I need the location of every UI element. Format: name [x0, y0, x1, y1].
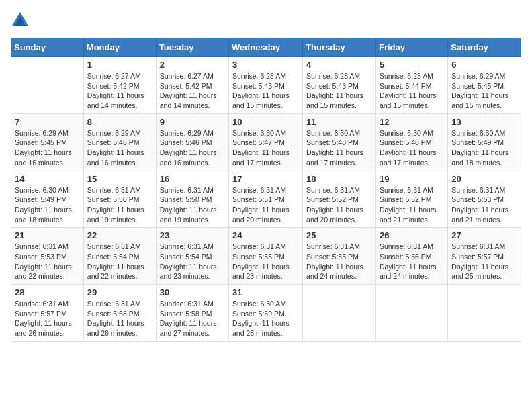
day-number: 14 — [15, 174, 80, 184]
day-number: 7 — [15, 117, 80, 127]
day-number: 26 — [380, 230, 444, 240]
day-info: Sunrise: 6:31 AM Sunset: 5:58 PM Dayligh… — [160, 299, 225, 338]
day-number: 12 — [380, 117, 444, 127]
day-number: 30 — [160, 287, 225, 298]
day-info: Sunrise: 6:31 AM Sunset: 5:50 PM Dayligh… — [87, 185, 152, 225]
day-number: 6 — [451, 60, 517, 70]
day-number: 23 — [160, 230, 225, 240]
calendar-header-wednesday: Wednesday — [229, 38, 303, 57]
day-info: Sunrise: 6:29 AM Sunset: 5:45 PM Dayligh… — [15, 128, 80, 168]
calendar-cell: 13Sunrise: 6:30 AM Sunset: 5:49 PM Dayli… — [448, 113, 521, 171]
day-info: Sunrise: 6:31 AM Sunset: 5:54 PM Dayligh… — [87, 242, 152, 281]
day-info: Sunrise: 6:31 AM Sunset: 5:52 PM Dayligh… — [306, 185, 372, 225]
day-number: 27 — [451, 230, 517, 240]
calendar-cell — [375, 285, 447, 342]
day-number: 1 — [87, 60, 152, 70]
calendar-header-monday: Monday — [83, 38, 156, 57]
calendar-header-row: SundayMondayTuesdayWednesdayThursdayFrid… — [11, 38, 521, 57]
day-number: 11 — [306, 117, 372, 127]
day-info: Sunrise: 6:31 AM Sunset: 5:58 PM Dayligh… — [87, 299, 152, 338]
day-number: 24 — [232, 230, 299, 240]
day-info: Sunrise: 6:27 AM Sunset: 5:42 PM Dayligh… — [87, 71, 152, 111]
day-number: 16 — [160, 174, 225, 184]
calendar-cell: 27Sunrise: 6:31 AM Sunset: 5:57 PM Dayli… — [448, 228, 521, 285]
day-info: Sunrise: 6:29 AM Sunset: 5:46 PM Dayligh… — [160, 128, 225, 168]
calendar-week-5: 28Sunrise: 6:31 AM Sunset: 5:57 PM Dayli… — [11, 285, 521, 342]
day-number: 21 — [15, 230, 80, 240]
calendar-cell: 8Sunrise: 6:29 AM Sunset: 5:46 PM Daylig… — [83, 113, 156, 171]
logo — [11, 11, 32, 30]
day-info: Sunrise: 6:30 AM Sunset: 5:49 PM Dayligh… — [451, 128, 517, 168]
day-number: 17 — [232, 174, 299, 184]
calendar-cell: 28Sunrise: 6:31 AM Sunset: 5:57 PM Dayli… — [11, 285, 84, 342]
calendar-week-4: 21Sunrise: 6:31 AM Sunset: 5:53 PM Dayli… — [11, 228, 521, 285]
day-number: 8 — [87, 117, 152, 127]
calendar-header-thursday: Thursday — [303, 38, 376, 57]
calendar-cell: 2Sunrise: 6:27 AM Sunset: 5:42 PM Daylig… — [156, 57, 228, 114]
calendar-header-saturday: Saturday — [448, 38, 521, 57]
calendar-cell: 1Sunrise: 6:27 AM Sunset: 5:42 PM Daylig… — [83, 57, 156, 114]
day-info: Sunrise: 6:30 AM Sunset: 5:48 PM Dayligh… — [380, 128, 444, 168]
calendar-header-friday: Friday — [375, 38, 447, 57]
day-info: Sunrise: 6:31 AM Sunset: 5:52 PM Dayligh… — [380, 185, 444, 225]
day-number: 2 — [160, 60, 225, 70]
calendar-cell: 4Sunrise: 6:28 AM Sunset: 5:43 PM Daylig… — [303, 57, 376, 114]
calendar-cell: 26Sunrise: 6:31 AM Sunset: 5:56 PM Dayli… — [375, 228, 447, 285]
calendar-cell — [303, 285, 376, 342]
calendar-cell: 9Sunrise: 6:29 AM Sunset: 5:46 PM Daylig… — [156, 113, 228, 171]
day-info: Sunrise: 6:29 AM Sunset: 5:45 PM Dayligh… — [451, 71, 517, 111]
day-info: Sunrise: 6:28 AM Sunset: 5:43 PM Dayligh… — [232, 71, 299, 111]
calendar-cell: 22Sunrise: 6:31 AM Sunset: 5:54 PM Dayli… — [83, 228, 156, 285]
day-info: Sunrise: 6:31 AM Sunset: 5:57 PM Dayligh… — [451, 242, 517, 281]
calendar-table: SundayMondayTuesdayWednesdayThursdayFrid… — [11, 38, 521, 342]
day-info: Sunrise: 6:29 AM Sunset: 5:46 PM Dayligh… — [87, 128, 152, 168]
calendar-cell: 19Sunrise: 6:31 AM Sunset: 5:52 PM Dayli… — [375, 171, 447, 228]
calendar-cell: 29Sunrise: 6:31 AM Sunset: 5:58 PM Dayli… — [83, 285, 156, 342]
calendar-cell: 17Sunrise: 6:31 AM Sunset: 5:51 PM Dayli… — [229, 171, 303, 228]
day-info: Sunrise: 6:31 AM Sunset: 5:51 PM Dayligh… — [232, 185, 299, 225]
day-info: Sunrise: 6:30 AM Sunset: 5:59 PM Dayligh… — [232, 299, 299, 338]
day-info: Sunrise: 6:30 AM Sunset: 5:49 PM Dayligh… — [15, 185, 80, 225]
calendar-cell: 6Sunrise: 6:29 AM Sunset: 5:45 PM Daylig… — [448, 57, 521, 114]
day-info: Sunrise: 6:28 AM Sunset: 5:44 PM Dayligh… — [380, 71, 444, 111]
calendar-cell: 25Sunrise: 6:31 AM Sunset: 5:55 PM Dayli… — [303, 228, 376, 285]
calendar-cell: 11Sunrise: 6:30 AM Sunset: 5:48 PM Dayli… — [303, 113, 376, 171]
day-info: Sunrise: 6:31 AM Sunset: 5:56 PM Dayligh… — [380, 242, 444, 281]
day-number: 10 — [232, 117, 299, 127]
calendar-cell: 24Sunrise: 6:31 AM Sunset: 5:55 PM Dayli… — [229, 228, 303, 285]
day-number: 5 — [380, 60, 444, 70]
calendar-week-2: 7Sunrise: 6:29 AM Sunset: 5:45 PM Daylig… — [11, 113, 521, 171]
logo-icon — [11, 11, 30, 30]
day-info: Sunrise: 6:31 AM Sunset: 5:54 PM Dayligh… — [160, 242, 225, 281]
page-header — [11, 11, 521, 30]
day-number: 22 — [87, 230, 152, 240]
calendar-cell: 21Sunrise: 6:31 AM Sunset: 5:53 PM Dayli… — [11, 228, 84, 285]
calendar-cell — [448, 285, 521, 342]
calendar-cell: 18Sunrise: 6:31 AM Sunset: 5:52 PM Dayli… — [303, 171, 376, 228]
day-info: Sunrise: 6:30 AM Sunset: 5:48 PM Dayligh… — [306, 128, 372, 168]
day-number: 3 — [232, 60, 299, 70]
calendar-cell: 14Sunrise: 6:30 AM Sunset: 5:49 PM Dayli… — [11, 171, 84, 228]
day-number: 31 — [232, 287, 299, 298]
calendar-week-3: 14Sunrise: 6:30 AM Sunset: 5:49 PM Dayli… — [11, 171, 521, 228]
day-number: 20 — [451, 174, 517, 184]
day-number: 19 — [380, 174, 444, 184]
day-info: Sunrise: 6:28 AM Sunset: 5:43 PM Dayligh… — [306, 71, 372, 111]
day-number: 18 — [306, 174, 372, 184]
calendar-cell: 3Sunrise: 6:28 AM Sunset: 5:43 PM Daylig… — [229, 57, 303, 114]
day-number: 9 — [160, 117, 225, 127]
calendar-cell: 7Sunrise: 6:29 AM Sunset: 5:45 PM Daylig… — [11, 113, 84, 171]
calendar-cell: 15Sunrise: 6:31 AM Sunset: 5:50 PM Dayli… — [83, 171, 156, 228]
day-info: Sunrise: 6:30 AM Sunset: 5:47 PM Dayligh… — [232, 128, 299, 168]
calendar-cell: 5Sunrise: 6:28 AM Sunset: 5:44 PM Daylig… — [375, 57, 447, 114]
calendar-cell: 30Sunrise: 6:31 AM Sunset: 5:58 PM Dayli… — [156, 285, 228, 342]
day-info: Sunrise: 6:31 AM Sunset: 5:57 PM Dayligh… — [15, 299, 80, 338]
day-number: 29 — [87, 287, 152, 298]
calendar-cell: 20Sunrise: 6:31 AM Sunset: 5:53 PM Dayli… — [448, 171, 521, 228]
day-info: Sunrise: 6:31 AM Sunset: 5:53 PM Dayligh… — [15, 242, 80, 281]
day-number: 28 — [15, 287, 80, 298]
calendar-cell — [11, 57, 84, 114]
day-info: Sunrise: 6:27 AM Sunset: 5:42 PM Dayligh… — [160, 71, 225, 111]
calendar-cell: 31Sunrise: 6:30 AM Sunset: 5:59 PM Dayli… — [229, 285, 303, 342]
calendar-cell: 16Sunrise: 6:31 AM Sunset: 5:50 PM Dayli… — [156, 171, 228, 228]
